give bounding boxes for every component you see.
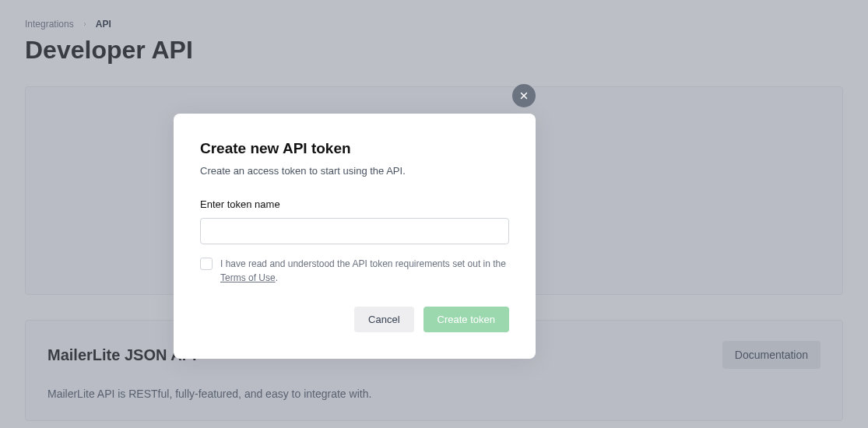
modal-subtitle: Create an access token to start using th… xyxy=(200,165,509,177)
consent-text: I have read and understood the API token… xyxy=(220,257,509,285)
close-button[interactable] xyxy=(512,84,536,107)
create-token-modal: Create new API token Create an access to… xyxy=(174,114,536,359)
token-name-label: Enter token name xyxy=(200,198,509,210)
consent-checkbox[interactable] xyxy=(200,258,213,270)
terms-of-use-link[interactable]: Terms of Use xyxy=(220,272,276,283)
modal-actions: Cancel Create token xyxy=(200,307,509,332)
consent-suffix: . xyxy=(276,272,278,283)
close-icon xyxy=(518,90,529,101)
consent-row: I have read and understood the API token… xyxy=(200,257,509,285)
modal-title: Create new API token xyxy=(200,140,509,157)
create-token-button[interactable]: Create token xyxy=(423,307,509,332)
token-name-input[interactable] xyxy=(200,218,509,244)
cancel-button[interactable]: Cancel xyxy=(354,307,413,332)
consent-prefix: I have read and understood the API token… xyxy=(220,258,506,269)
